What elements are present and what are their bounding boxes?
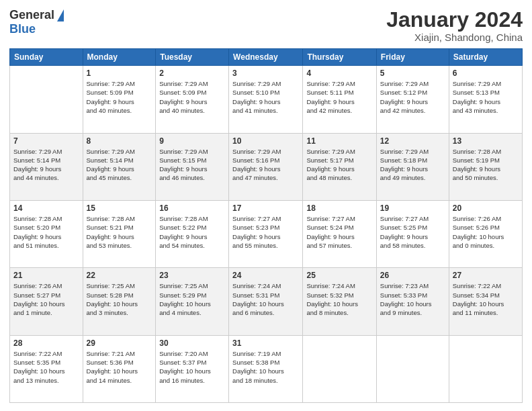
day-number: 1: [87, 68, 152, 78]
day-cell: 2Sunrise: 7:29 AM Sunset: 5:09 PM Daylig…: [156, 66, 229, 133]
day-cell: 16Sunrise: 7:28 AM Sunset: 5:22 PM Dayli…: [156, 200, 229, 267]
day-info: Sunrise: 7:28 AM Sunset: 5:19 PM Dayligh…: [453, 147, 519, 183]
day-info: Sunrise: 7:29 AM Sunset: 5:17 PM Dayligh…: [306, 147, 372, 183]
day-info: Sunrise: 7:23 AM Sunset: 5:33 PM Dayligh…: [380, 281, 445, 317]
logo-general-text: General: [9, 8, 54, 22]
day-number: 15: [87, 203, 152, 213]
day-number: 23: [159, 271, 225, 280]
day-cell: 20Sunrise: 7:26 AM Sunset: 5:26 PM Dayli…: [449, 200, 522, 267]
day-number: 30: [159, 338, 225, 348]
day-cell: 24Sunrise: 7:24 AM Sunset: 5:31 PM Dayli…: [229, 268, 303, 335]
day-info: Sunrise: 7:29 AM Sunset: 5:12 PM Dayligh…: [380, 79, 445, 115]
calendar-table: SundayMondayTuesdayWednesdayThursdayFrid…: [9, 48, 523, 403]
day-info: Sunrise: 7:29 AM Sunset: 5:11 PM Dayligh…: [306, 79, 372, 115]
day-header-thursday: Thursday: [303, 49, 376, 66]
day-cell: 23Sunrise: 7:25 AM Sunset: 5:29 PM Dayli…: [156, 268, 229, 335]
day-cell: 4Sunrise: 7:29 AM Sunset: 5:11 PM Daylig…: [303, 66, 376, 133]
day-info: Sunrise: 7:27 AM Sunset: 5:24 PM Dayligh…: [306, 214, 372, 250]
day-header-sunday: Sunday: [10, 49, 83, 66]
day-cell: 25Sunrise: 7:24 AM Sunset: 5:32 PM Dayli…: [303, 268, 376, 335]
day-info: Sunrise: 7:28 AM Sunset: 5:20 PM Dayligh…: [13, 214, 79, 250]
logo: General Blue: [9, 8, 64, 36]
day-cell: 31Sunrise: 7:19 AM Sunset: 5:38 PM Dayli…: [229, 335, 303, 402]
day-number: 31: [232, 338, 299, 348]
day-cell: 10Sunrise: 7:29 AM Sunset: 5:16 PM Dayli…: [229, 133, 303, 200]
day-cell: 3Sunrise: 7:29 AM Sunset: 5:10 PM Daylig…: [229, 66, 303, 133]
title-block: January 2024 Xiajin, Shandong, China: [386, 8, 523, 43]
day-number: 10: [232, 136, 299, 146]
day-cell: 1Sunrise: 7:29 AM Sunset: 5:09 PM Daylig…: [83, 66, 156, 133]
day-cell: 13Sunrise: 7:28 AM Sunset: 5:19 PM Dayli…: [449, 133, 522, 200]
day-info: Sunrise: 7:29 AM Sunset: 5:13 PM Dayligh…: [453, 79, 519, 115]
week-row-4: 28Sunrise: 7:22 AM Sunset: 5:35 PM Dayli…: [10, 335, 523, 402]
day-info: Sunrise: 7:25 AM Sunset: 5:29 PM Dayligh…: [159, 281, 225, 317]
day-info: Sunrise: 7:29 AM Sunset: 5:16 PM Dayligh…: [232, 147, 299, 183]
day-cell: [303, 335, 376, 402]
day-number: 14: [13, 203, 79, 213]
day-info: Sunrise: 7:29 AM Sunset: 5:09 PM Dayligh…: [159, 79, 225, 115]
day-info: Sunrise: 7:28 AM Sunset: 5:22 PM Dayligh…: [159, 214, 225, 250]
day-info: Sunrise: 7:25 AM Sunset: 5:28 PM Dayligh…: [87, 281, 152, 317]
day-number: 2: [159, 68, 225, 78]
day-info: Sunrise: 7:27 AM Sunset: 5:25 PM Dayligh…: [380, 214, 445, 250]
day-info: Sunrise: 7:19 AM Sunset: 5:38 PM Dayligh…: [232, 349, 299, 385]
day-cell: 11Sunrise: 7:29 AM Sunset: 5:17 PM Dayli…: [303, 133, 376, 200]
day-number: 27: [453, 271, 519, 280]
week-row-1: 7Sunrise: 7:29 AM Sunset: 5:14 PM Daylig…: [10, 133, 523, 200]
day-cell: 19Sunrise: 7:27 AM Sunset: 5:25 PM Dayli…: [376, 200, 449, 267]
header-row: SundayMondayTuesdayWednesdayThursdayFrid…: [10, 49, 523, 66]
logo-triangle-icon: [57, 9, 64, 21]
week-row-0: 1Sunrise: 7:29 AM Sunset: 5:09 PM Daylig…: [10, 66, 523, 133]
week-row-2: 14Sunrise: 7:28 AM Sunset: 5:20 PM Dayli…: [10, 200, 523, 267]
day-number: 12: [380, 136, 445, 146]
day-cell: 26Sunrise: 7:23 AM Sunset: 5:33 PM Dayli…: [376, 268, 449, 335]
day-cell: 12Sunrise: 7:29 AM Sunset: 5:18 PM Dayli…: [376, 133, 449, 200]
day-info: Sunrise: 7:22 AM Sunset: 5:34 PM Dayligh…: [453, 281, 519, 317]
day-info: Sunrise: 7:29 AM Sunset: 5:14 PM Dayligh…: [13, 147, 79, 183]
day-number: 29: [87, 338, 152, 348]
day-info: Sunrise: 7:26 AM Sunset: 5:26 PM Dayligh…: [453, 214, 519, 250]
day-number: 21: [13, 271, 79, 280]
calendar-subtitle: Xiajin, Shandong, China: [386, 32, 523, 43]
day-number: 16: [159, 203, 225, 213]
day-cell: [449, 335, 522, 402]
day-cell: 28Sunrise: 7:22 AM Sunset: 5:35 PM Dayli…: [10, 335, 83, 402]
day-number: 24: [232, 271, 299, 280]
day-cell: 9Sunrise: 7:29 AM Sunset: 5:15 PM Daylig…: [156, 133, 229, 200]
day-number: 25: [306, 271, 372, 280]
day-cell: 29Sunrise: 7:21 AM Sunset: 5:36 PM Dayli…: [83, 335, 156, 402]
day-header-wednesday: Wednesday: [229, 49, 303, 66]
day-cell: 27Sunrise: 7:22 AM Sunset: 5:34 PM Dayli…: [449, 268, 522, 335]
day-cell: 30Sunrise: 7:20 AM Sunset: 5:37 PM Dayli…: [156, 335, 229, 402]
day-number: 5: [380, 68, 445, 78]
day-number: 6: [453, 68, 519, 78]
day-header-tuesday: Tuesday: [156, 49, 229, 66]
day-header-saturday: Saturday: [449, 49, 522, 66]
day-number: 26: [380, 271, 445, 280]
day-cell: 8Sunrise: 7:29 AM Sunset: 5:14 PM Daylig…: [83, 133, 156, 200]
day-number: 28: [13, 338, 79, 348]
day-cell: 21Sunrise: 7:26 AM Sunset: 5:27 PM Dayli…: [10, 268, 83, 335]
day-cell: 15Sunrise: 7:28 AM Sunset: 5:21 PM Dayli…: [83, 200, 156, 267]
day-cell: [376, 335, 449, 402]
day-number: 19: [380, 203, 445, 213]
day-number: 17: [232, 203, 299, 213]
day-header-monday: Monday: [83, 49, 156, 66]
day-cell: 7Sunrise: 7:29 AM Sunset: 5:14 PM Daylig…: [10, 133, 83, 200]
day-info: Sunrise: 7:29 AM Sunset: 5:10 PM Dayligh…: [232, 79, 299, 115]
day-number: 13: [453, 136, 519, 146]
day-cell: 5Sunrise: 7:29 AM Sunset: 5:12 PM Daylig…: [376, 66, 449, 133]
day-info: Sunrise: 7:21 AM Sunset: 5:36 PM Dayligh…: [87, 349, 152, 385]
day-cell: 6Sunrise: 7:29 AM Sunset: 5:13 PM Daylig…: [449, 66, 522, 133]
day-number: 4: [306, 68, 372, 78]
calendar-title: January 2024: [386, 8, 523, 32]
page: General Blue January 2024 Xiajin, Shando…: [0, 0, 532, 411]
day-header-friday: Friday: [376, 49, 449, 66]
day-info: Sunrise: 7:29 AM Sunset: 5:18 PM Dayligh…: [380, 147, 445, 183]
day-info: Sunrise: 7:27 AM Sunset: 5:23 PM Dayligh…: [232, 214, 299, 250]
day-info: Sunrise: 7:29 AM Sunset: 5:14 PM Dayligh…: [87, 147, 152, 183]
day-cell: 14Sunrise: 7:28 AM Sunset: 5:20 PM Dayli…: [10, 200, 83, 267]
header: General Blue January 2024 Xiajin, Shando…: [9, 8, 523, 43]
day-cell: 17Sunrise: 7:27 AM Sunset: 5:23 PM Dayli…: [229, 200, 303, 267]
day-info: Sunrise: 7:22 AM Sunset: 5:35 PM Dayligh…: [13, 349, 79, 385]
